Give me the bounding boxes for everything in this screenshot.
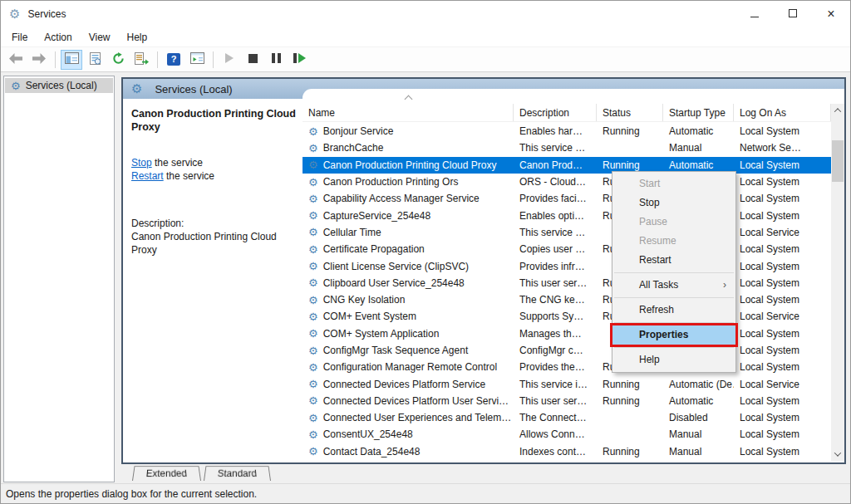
service-action-line: Restart the service [131, 169, 296, 183]
service-name-cell: ⚙CNG Key Isolation [303, 291, 514, 308]
table-row[interactable]: ⚙Clipboard User Service_254e48This user … [303, 275, 831, 291]
scroll-down-button[interactable] [831, 448, 844, 461]
properties-sheet-button[interactable] [84, 50, 106, 70]
stop-service-button[interactable] [242, 50, 263, 70]
context-menu-item-stop[interactable]: Stop [612, 193, 735, 213]
table-row[interactable]: ⚙Cellular TimeThis service …Local Servic… [303, 224, 831, 241]
service-name-cell: ⚙Canon Production Printing Cloud Proxy [303, 157, 514, 174]
description-label: Description: [131, 217, 296, 230]
table-row[interactable]: ⚙Configuration Manager Remote ControlPro… [303, 359, 831, 375]
service-action-links: Stop the serviceRestart the service [131, 156, 296, 183]
chevron-up-icon [834, 108, 841, 115]
service-name-cell: ⚙Capability Access Manager Service [303, 190, 514, 207]
table-row[interactable]: ⚙ConsentUX_254e48Allows Conn…ManualLocal… [303, 426, 831, 443]
tab-extended[interactable]: Extended [132, 466, 201, 481]
window-title: Services [27, 8, 66, 20]
menubar-item-view[interactable]: View [81, 28, 119, 46]
service-status-cell [597, 139, 663, 156]
menubar-item-help[interactable]: Help [119, 28, 156, 46]
scrollbar-thumb[interactable] [832, 140, 844, 182]
table-row[interactable]: ⚙ConfigMgr Task Sequence AgentConfigMgr … [303, 342, 831, 359]
title-bar: ⚙ Services × [1, 1, 850, 27]
toolbar: ? [1, 47, 850, 72]
service-name: Canon Production Printing Ors [323, 176, 459, 188]
back-arrow-button [5, 50, 27, 70]
scroll-up-button[interactable] [831, 104, 844, 117]
menubar-item-file[interactable]: File [3, 28, 36, 46]
table-row[interactable]: ⚙CaptureService_254e48Enables opti…Runni… [303, 207, 831, 223]
table-row[interactable]: ⚙Connected User Experiences and Telem…Th… [303, 409, 831, 426]
column-header-name[interactable]: Name [303, 104, 514, 121]
table-row[interactable]: ⚙Client License Service (ClipSVC)Provide… [303, 257, 831, 274]
service-gear-icon: ⚙ [308, 227, 318, 237]
table-row[interactable]: ⚙Canon Production Printing Cloud ProxyCa… [303, 157, 831, 174]
service-gear-icon: ⚙ [308, 177, 318, 188]
context-menu-item-refresh[interactable]: Refresh [612, 301, 735, 320]
context-menu-item-restart[interactable]: Restart [612, 251, 735, 270]
restart-service-button[interactable] [288, 50, 310, 70]
service-startup-cell: Manual [663, 443, 734, 460]
context-menu-separator [614, 347, 734, 348]
column-header-startup-type[interactable]: Startup Type [663, 104, 734, 121]
refresh-button[interactable] [107, 50, 129, 70]
tree-item-services-local[interactable]: ⚙Services (Local) [5, 78, 113, 93]
context-menu-item-start: Start [612, 174, 735, 193]
service-gear-icon: ⚙ [308, 210, 318, 221]
table-row[interactable]: ⚙COM+ Event SystemSupports Sy…RunningLoc… [303, 308, 831, 325]
export-list-button[interactable] [130, 50, 152, 70]
context-menu-item-all-tasks[interactable]: All Tasks› [612, 276, 735, 295]
tab-standard[interactable]: Standard [204, 466, 271, 481]
console-tree-panel: ⚙Services (Local) [3, 76, 115, 482]
vertical-scrollbar[interactable] [831, 104, 844, 461]
service-logon-cell: Local System [734, 207, 831, 223]
help-button[interactable]: ? [163, 50, 184, 70]
menubar-item-action[interactable]: Action [36, 28, 80, 46]
service-startup-cell: Automatic [663, 393, 734, 409]
table-row[interactable]: ⚙Canon Production Printing OrsORS - Clou… [303, 174, 831, 190]
service-title: Canon Production Printing Cloud Proxy [131, 107, 296, 134]
service-description-cell [514, 460, 597, 462]
show-action-pane-button[interactable] [186, 50, 208, 70]
status-text: Opens the properties dialog box for the … [6, 488, 257, 500]
table-row[interactable]: ⚙BranchCacheThis service …ManualNetwork … [303, 139, 831, 156]
table-row[interactable]: ⚙Connected Devices Platform ServiceThis … [303, 375, 831, 392]
service-name-cell: ⚙Connected User Experiences and Telem… [303, 409, 514, 426]
service-name: Bonjour Service [323, 125, 394, 137]
service-description-cell: Indexes cont… [514, 443, 597, 460]
minimize-button[interactable] [735, 1, 774, 27]
table-row[interactable]: ⚙COM+ System ApplicationManages th…Local… [303, 325, 831, 342]
maximize-button[interactable] [774, 1, 812, 27]
table-row[interactable]: ⚙ [303, 460, 831, 462]
restart-service-link[interactable]: Restart [131, 170, 164, 182]
close-icon: × [827, 7, 834, 21]
table-row[interactable]: ⚙Bonjour ServiceEnables har…RunningAutom… [303, 123, 831, 139]
service-startup-cell: Disabled [663, 409, 734, 426]
action-suffix: the service [164, 170, 214, 182]
main-pane: ⚙ Services (Local) Canon Production Prin… [121, 77, 846, 464]
table-row[interactable]: ⚙CNG Key IsolationThe CNG ke…RunningLoca… [303, 291, 831, 308]
table-row[interactable]: ⚙Contact Data_254e48Indexes cont…Running… [303, 443, 831, 460]
table-row[interactable]: ⚙Capability Access Manager ServiceProvid… [303, 190, 831, 207]
show-console-tree-button[interactable] [61, 50, 82, 70]
context-menu-item-properties[interactable]: Properties [612, 325, 735, 345]
service-gear-icon: ⚙ [308, 429, 318, 440]
table-row[interactable]: ⚙Connected Devices Platform User Servi…T… [303, 393, 831, 409]
service-gear-icon: ⚙ [308, 261, 318, 272]
service-status-cell: Running [597, 123, 663, 139]
pause-service-button[interactable] [265, 50, 287, 70]
services-gear-icon: ⚙ [9, 8, 20, 21]
close-button[interactable]: × [812, 1, 850, 27]
service-name-cell: ⚙COM+ System Application [303, 325, 514, 342]
context-menu-item-help[interactable]: Help [612, 350, 735, 369]
service-name-cell: ⚙Client License Service (ClipSVC) [303, 257, 514, 274]
service-description-cell: Provides the… [514, 359, 597, 375]
service-description-cell: This service … [514, 224, 597, 241]
service-logon-cell: Local System [734, 291, 831, 308]
stop-service-link[interactable]: Stop [131, 157, 152, 169]
column-header-log-on-as[interactable]: Log On As [734, 104, 831, 121]
column-header-status[interactable]: Status [597, 104, 663, 121]
service-description: Description: Canon Production Printing C… [131, 217, 296, 257]
column-header-description[interactable]: Description [514, 104, 597, 121]
table-row[interactable]: ⚙Certificate PropagationCopies user …Run… [303, 241, 831, 257]
service-gear-icon: ⚙ [308, 362, 318, 373]
